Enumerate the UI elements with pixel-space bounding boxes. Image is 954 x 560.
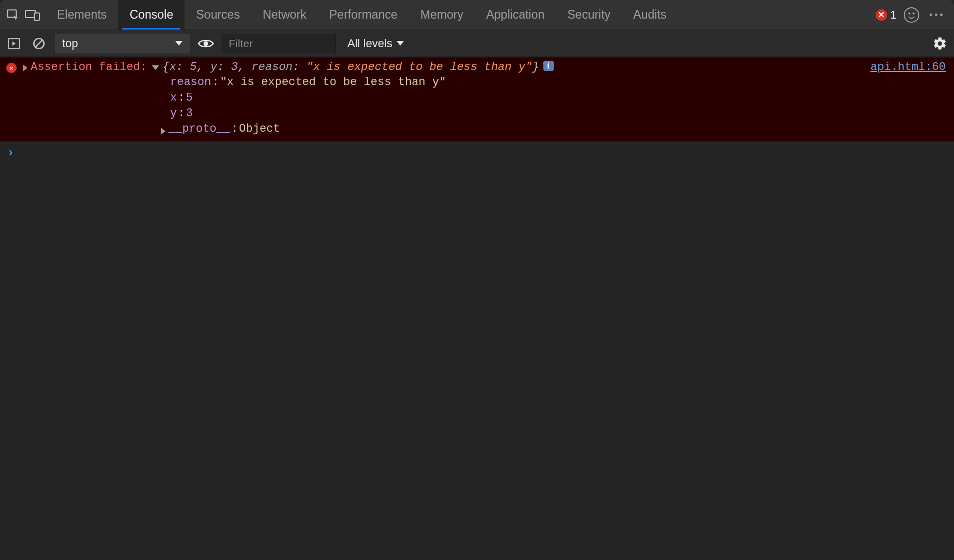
object-preview[interactable]: {x: 5, y: 3, reason: "x is expected to b… xyxy=(162,61,539,74)
feedback-icon[interactable] xyxy=(904,7,919,23)
expand-arrow-icon[interactable] xyxy=(161,128,165,135)
prop-key-y: y xyxy=(170,106,177,121)
prop-val-proto: Object xyxy=(239,121,280,137)
x-glyph: ✕ xyxy=(878,10,885,20)
object-property-row[interactable]: y: 3 xyxy=(170,106,946,121)
colon: : xyxy=(217,61,231,74)
context-value: top xyxy=(62,37,78,50)
tab-console[interactable]: Console xyxy=(118,0,185,30)
device-toolbar-icon[interactable] xyxy=(23,5,43,25)
prop-key-x: x xyxy=(170,90,177,106)
expand-arrow-icon[interactable] xyxy=(23,64,27,72)
console-prompt[interactable]: › xyxy=(0,142,954,160)
prop-val-x: 5 xyxy=(186,90,192,106)
tab-security[interactable]: Security xyxy=(556,0,622,30)
inspect-element-icon[interactable] xyxy=(3,5,23,25)
preview-val-reason: "x is expected to be less than y" xyxy=(306,61,532,74)
console-error-message: ✕ Assertion failed: {x: 5, y: 3, reason:… xyxy=(0,57,954,142)
message-gutter: ✕ xyxy=(0,61,23,137)
more-options-icon[interactable] xyxy=(927,13,946,16)
levels-label: All levels xyxy=(347,37,392,50)
brace-close: } xyxy=(532,61,539,74)
main-tab-bar: Elements Console Sources Network Perform… xyxy=(0,0,954,30)
chevron-down-icon xyxy=(175,41,183,46)
devtools-panel: Elements Console Sources Network Perform… xyxy=(0,0,954,560)
error-count-badge[interactable]: ✕ 1 xyxy=(876,8,896,22)
console-output: ✕ Assertion failed: {x: 5, y: 3, reason:… xyxy=(0,57,954,560)
object-collapse-icon[interactable] xyxy=(152,65,159,70)
svg-point-7 xyxy=(204,41,208,46)
message-summary-line: Assertion failed: {x: 5, y: 3, reason: "… xyxy=(23,61,946,74)
prop-val-reason: "x is expected to be less than y" xyxy=(220,75,446,90)
prop-key-reason: reason xyxy=(170,75,211,90)
comma: , xyxy=(238,61,251,74)
tab-label: Elements xyxy=(57,8,107,22)
tab-application[interactable]: Application xyxy=(475,0,556,30)
x-glyph: ✕ xyxy=(9,64,13,73)
panel-tabs: Elements Console Sources Network Perform… xyxy=(46,0,678,30)
console-toolbar: top All levels xyxy=(0,30,954,57)
comma: , xyxy=(197,61,210,74)
tab-label: Security xyxy=(567,8,610,22)
svg-rect-2 xyxy=(34,13,39,20)
prop-val-y: 3 xyxy=(186,106,192,121)
tab-label: Application xyxy=(486,8,545,22)
colon: : xyxy=(178,106,185,121)
tab-label: Sources xyxy=(196,8,240,22)
tab-memory[interactable]: Memory xyxy=(409,0,475,30)
filter-input[interactable] xyxy=(222,34,336,53)
toggle-sidebar-icon[interactable] xyxy=(5,35,23,52)
tab-audits[interactable]: Audits xyxy=(622,0,678,30)
message-content: Assertion failed: {x: 5, y: 3, reason: "… xyxy=(23,61,954,137)
preview-val-x: 5 xyxy=(190,61,197,74)
console-settings-icon[interactable] xyxy=(931,35,949,52)
brace-open: { xyxy=(162,61,169,74)
execution-context-selector[interactable]: top xyxy=(55,34,190,53)
clear-console-icon[interactable] xyxy=(30,35,48,52)
prop-key-proto: __proto__ xyxy=(169,121,230,137)
preview-key-x: x xyxy=(170,61,176,74)
tabbar-right-tools: ✕ 1 xyxy=(876,7,951,23)
preview-key-y: y xyxy=(211,61,217,74)
colon: : xyxy=(292,61,306,74)
tab-label: Network xyxy=(263,8,306,22)
tab-elements[interactable]: Elements xyxy=(46,0,118,30)
colon: : xyxy=(212,75,219,90)
colon: : xyxy=(231,121,238,137)
error-count: 1 xyxy=(890,8,896,22)
tab-sources[interactable]: Sources xyxy=(185,0,251,30)
colon: : xyxy=(178,90,185,106)
tab-label: Audits xyxy=(633,8,666,22)
tab-label: Performance xyxy=(329,8,398,22)
error-icon: ✕ xyxy=(876,9,887,21)
object-proto-row[interactable]: __proto__: Object xyxy=(170,121,946,137)
svg-line-6 xyxy=(35,39,43,47)
object-property-row[interactable]: x: 5 xyxy=(170,90,946,106)
tab-network[interactable]: Network xyxy=(251,0,318,30)
preview-val-y: 3 xyxy=(231,61,237,74)
tab-performance[interactable]: Performance xyxy=(318,0,409,30)
log-levels-selector[interactable]: All levels xyxy=(343,37,408,50)
svg-marker-4 xyxy=(12,41,16,46)
assertion-label: Assertion failed: xyxy=(31,61,147,74)
info-badge-icon[interactable]: i xyxy=(543,61,554,71)
colon: : xyxy=(176,61,190,74)
source-link[interactable]: api.html:60 xyxy=(860,61,946,74)
prompt-arrow-icon: › xyxy=(7,147,14,160)
svg-rect-0 xyxy=(7,10,16,17)
live-expression-icon[interactable] xyxy=(197,35,215,52)
tab-label: Console xyxy=(130,8,173,22)
preview-key-reason: reason xyxy=(251,61,292,74)
chevron-down-icon xyxy=(397,41,404,46)
tab-label: Memory xyxy=(420,8,464,22)
object-expanded: reason: "x is expected to be less than y… xyxy=(170,75,946,137)
object-property-row[interactable]: reason: "x is expected to be less than y… xyxy=(170,75,946,90)
error-icon: ✕ xyxy=(6,63,17,73)
